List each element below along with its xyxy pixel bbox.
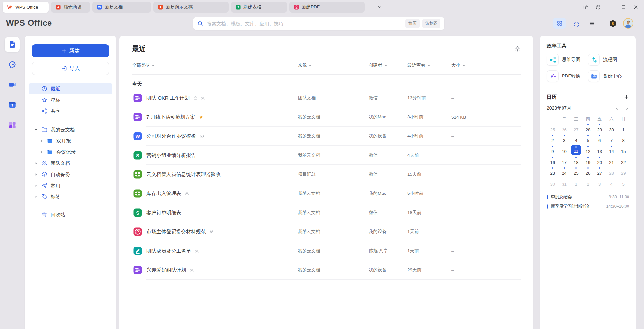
calendar-day[interactable]: 18 xyxy=(570,155,582,166)
minimize-button[interactable] xyxy=(606,2,616,12)
calendar-day[interactable]: 29 xyxy=(617,166,629,177)
calendar-day[interactable]: 4 xyxy=(570,134,582,144)
sidebar-item-shared[interactable]: 共享 xyxy=(29,105,112,117)
new-document-button[interactable]: 新建 xyxy=(32,44,109,57)
maximize-button[interactable] xyxy=(618,2,628,12)
file-row[interactable]: P市场主体登记提交材料规范我的云文档我的设备1天前– xyxy=(132,222,521,241)
apps-launcher-button[interactable] xyxy=(553,18,566,29)
close-button[interactable] xyxy=(631,2,641,12)
filter-creator[interactable]: 创建者 xyxy=(369,62,388,68)
add-event-button[interactable] xyxy=(624,94,629,100)
calendar-day[interactable]: 22 xyxy=(617,155,629,166)
rail-item-calendar[interactable]: 7 xyxy=(5,97,20,112)
calendar-day[interactable]: 23 xyxy=(547,166,559,177)
calendar-day[interactable]: 5 xyxy=(617,177,629,188)
caret-right-icon[interactable] xyxy=(40,139,44,143)
sidebar-item-starred[interactable]: 星标 xyxy=(29,94,112,105)
caret-right-icon[interactable] xyxy=(34,195,38,199)
calendar-day[interactable]: 27 xyxy=(570,123,582,134)
calendar-day[interactable]: 28 xyxy=(606,166,618,177)
caret-down-icon[interactable] xyxy=(34,128,38,132)
rail-item-apps[interactable] xyxy=(5,117,20,133)
calendar-day[interactable]: 15 xyxy=(617,144,629,155)
calendar-day[interactable]: 17 xyxy=(559,155,570,166)
file-row[interactable]: 库存出入管理表我的云文档我的Mac5小时前– xyxy=(132,184,521,203)
tool-pdf-convert[interactable]: PPDF转换 xyxy=(547,70,588,82)
sidebar-item-bimonthly-report[interactable]: 双月报 xyxy=(29,135,112,146)
calendar-day[interactable]: 7 xyxy=(606,134,618,144)
sidebar-item-auto-backup[interactable]: 自动备份 xyxy=(29,169,112,180)
sidebar-item-meeting-notes[interactable]: 会议记录 xyxy=(29,146,112,158)
file-row[interactable]: 7 月线下活动策划方案我的云文档我的Mac3小时前514 KB xyxy=(132,107,521,127)
calendar-prev-button[interactable] xyxy=(615,106,619,111)
file-row[interactable]: 兴趣爱好组队计划我的云文档我的设备29天前– xyxy=(132,260,521,280)
calendar-event[interactable]: 季度总结会9:30–11:00 xyxy=(547,193,629,202)
calendar-day[interactable]: 1 xyxy=(570,177,582,188)
support-button[interactable] xyxy=(571,18,582,29)
settings-gear-icon[interactable] xyxy=(514,46,521,52)
file-row[interactable]: 云文档管人员信息统计表理器验收项目汇总微信15天前– xyxy=(132,165,521,184)
calendar-day[interactable]: 21 xyxy=(606,155,618,166)
calendar-day[interactable]: 9 xyxy=(547,144,559,155)
calendar-day[interactable]: 11 xyxy=(570,144,582,155)
sidebar-item-tags[interactable]: 标签 xyxy=(29,191,112,202)
tab-new-presentation[interactable]: P新建演示文稿 xyxy=(153,2,229,13)
search-tag-plan[interactable]: 策划案 xyxy=(422,19,441,28)
calendar-day[interactable]: 2 xyxy=(547,134,559,144)
tool-mindmap[interactable]: 思维导图 xyxy=(547,54,588,66)
calendar-day[interactable]: 3 xyxy=(594,177,606,188)
rail-item-documents[interactable] xyxy=(5,37,20,52)
tab-new-writer-doc[interactable]: W新建文档 xyxy=(92,2,151,13)
calendar-day[interactable]: 2 xyxy=(582,177,594,188)
file-row[interactable]: 团队成员及分工名单我的云文档陈旭 共享1天前– xyxy=(132,241,521,260)
file-row[interactable]: S客户订单明细表我的云文档微信18天前– xyxy=(132,203,521,222)
tool-flowchart[interactable]: 流程图 xyxy=(588,54,629,66)
file-row[interactable]: 团队 OKR 工作计划团队文档微信13分钟前– xyxy=(132,88,521,107)
sidebar-item-team-docs[interactable]: 团队文档 xyxy=(29,158,112,169)
membership-badge[interactable]: S xyxy=(607,18,618,29)
caret-right-icon[interactable] xyxy=(40,150,44,154)
calendar-day[interactable]: 19 xyxy=(582,155,594,166)
sidebar-item-recent[interactable]: 最近 xyxy=(29,83,112,94)
sidebar-item-my-cloud-docs[interactable]: 我的云文档 xyxy=(29,124,112,135)
tool-backup-center[interactable]: 备份中心 xyxy=(588,70,629,82)
search-input[interactable] xyxy=(206,21,403,27)
caret-right-icon[interactable] xyxy=(34,173,38,176)
calendar-day[interactable]: 14 xyxy=(606,144,618,155)
calendar-event[interactable]: 新季度学习计划讨论14:30–16:00 xyxy=(547,202,629,211)
calendar-day[interactable]: 24 xyxy=(559,166,570,177)
calendar-day[interactable]: 10 xyxy=(559,144,570,155)
calendar-day[interactable]: 26 xyxy=(559,123,570,134)
tab-wps-office[interactable]: WPS Office xyxy=(3,2,49,13)
sidebar-item-recycle-bin[interactable]: 回收站 xyxy=(29,209,112,220)
caret-right-icon[interactable] xyxy=(34,184,38,188)
calendar-day[interactable]: 20 xyxy=(594,155,606,166)
calendar-next-button[interactable] xyxy=(625,106,629,111)
calendar-day[interactable]: 6 xyxy=(594,134,606,144)
device-sync-button[interactable] xyxy=(581,2,591,12)
calendar-day[interactable]: 12 xyxy=(582,144,594,155)
rail-item-collaboration[interactable] xyxy=(5,57,20,72)
filter-viewed[interactable]: 最近查看 xyxy=(407,62,431,68)
calendar-day[interactable]: 13 xyxy=(594,144,606,155)
tab-new-pdf[interactable]: P新建PDF xyxy=(289,2,365,13)
tab-docer-store[interactable]: 稻壳商城 xyxy=(51,2,90,13)
new-tab-button[interactable] xyxy=(367,3,375,11)
caret-right-icon[interactable] xyxy=(34,162,38,165)
calendar-day[interactable]: 29 xyxy=(594,123,606,134)
calendar-day[interactable]: 3 xyxy=(559,134,570,144)
tab-list-button[interactable] xyxy=(375,3,384,11)
file-row[interactable]: S营销小组业绩分析报告我的云文档微信4天前– xyxy=(132,146,521,165)
user-avatar[interactable] xyxy=(623,18,633,29)
search-tag-resume[interactable]: 简历 xyxy=(405,19,420,28)
calendar-day[interactable]: 16 xyxy=(547,155,559,166)
calendar-day[interactable]: 8 xyxy=(617,134,629,144)
calendar-day[interactable]: 25 xyxy=(570,166,582,177)
workspace-button[interactable] xyxy=(593,2,603,12)
calendar-day[interactable]: 26 xyxy=(582,166,594,177)
tab-new-spreadsheet[interactable]: S新建表格 xyxy=(231,2,287,13)
calendar-day[interactable]: 1 xyxy=(617,123,629,134)
calendar-day[interactable]: 4 xyxy=(606,177,618,188)
rail-item-meetings[interactable] xyxy=(5,77,20,92)
filter-type[interactable]: 全部类型 xyxy=(132,62,155,68)
